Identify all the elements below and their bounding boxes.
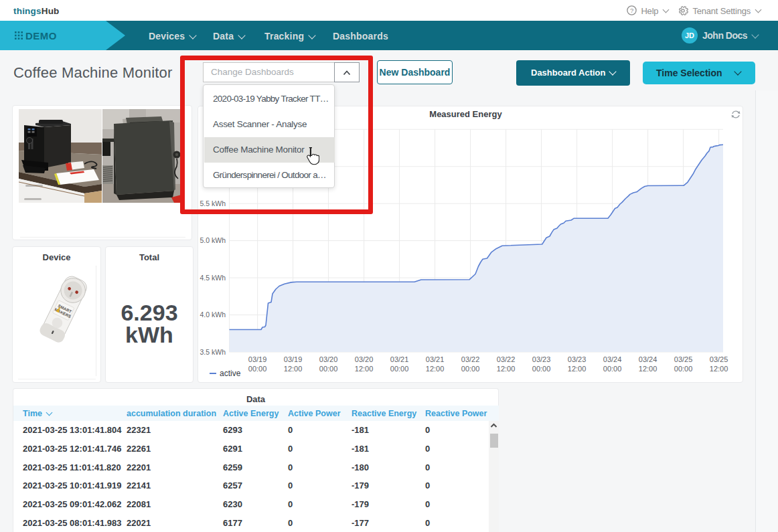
svg-text:12:00: 12:00 (710, 365, 728, 373)
svg-text:03/19: 03/19 (248, 355, 267, 363)
svg-text:03/22: 03/22 (497, 355, 516, 363)
svg-text:12:00: 12:00 (355, 365, 374, 373)
svg-text:03/22: 03/22 (461, 355, 480, 363)
svg-text:00:00: 00:00 (461, 365, 480, 373)
svg-text:12:00: 12:00 (497, 365, 516, 373)
svg-text:03/24: 03/24 (603, 355, 622, 363)
svg-text:00:00: 00:00 (390, 365, 409, 373)
svg-text:03/25: 03/25 (674, 355, 693, 363)
svg-text:00:00: 00:00 (674, 365, 693, 373)
svg-text:00:00: 00:00 (248, 365, 267, 373)
svg-text:03/19: 03/19 (284, 355, 303, 363)
svg-text:03/23: 03/23 (532, 355, 551, 363)
svg-text:4.5 kWh: 4.5 kWh (200, 274, 226, 282)
svg-text:03/24: 03/24 (639, 355, 657, 363)
svg-text:3.5 kWh: 3.5 kWh (200, 348, 226, 356)
svg-text:?: ? (630, 7, 633, 14)
svg-text:12:00: 12:00 (426, 365, 445, 373)
svg-text:active: active (220, 369, 241, 378)
svg-text:03/21: 03/21 (426, 355, 445, 363)
svg-text:12:00: 12:00 (284, 365, 303, 373)
svg-text:00:00: 00:00 (603, 365, 622, 373)
svg-text:4.0 kWh: 4.0 kWh (200, 311, 226, 319)
svg-text:00:00: 00:00 (532, 365, 551, 373)
svg-text:03/20: 03/20 (355, 355, 374, 363)
svg-text:03/20: 03/20 (319, 355, 338, 363)
svg-text:03/23: 03/23 (568, 355, 587, 363)
svg-text:5.0 kWh: 5.0 kWh (200, 236, 226, 244)
svg-text:00:00: 00:00 (319, 365, 338, 373)
svg-text:12:00: 12:00 (568, 365, 587, 373)
svg-text:03/25: 03/25 (710, 355, 728, 363)
svg-text:12:00: 12:00 (639, 365, 657, 373)
svg-text:03/21: 03/21 (390, 355, 409, 363)
